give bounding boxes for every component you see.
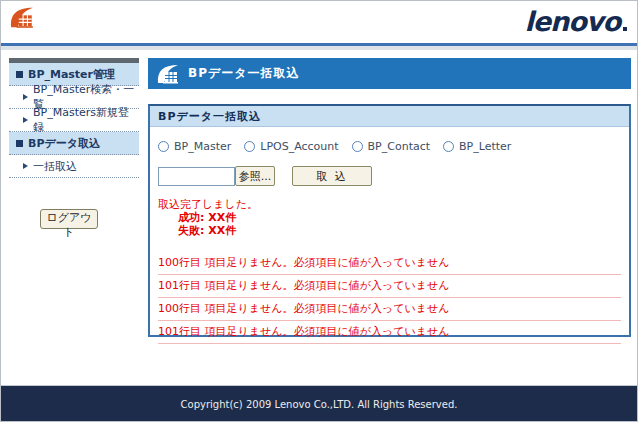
error-row: 100行目 項目足りません。必須項目に値が入っていません: [158, 298, 621, 321]
browse-button[interactable]: 参照...: [235, 166, 275, 186]
import-type-radio-row: BP_Master LPOS_Account BP_Contact BP_Let…: [158, 140, 621, 153]
content-panel: BPデータ一括取込 BP_Master LPOS_Account BP_Cont…: [148, 104, 631, 337]
radio-bp-letter[interactable]: [443, 141, 454, 152]
sidebar-section-label: BPデータ取込: [28, 136, 100, 151]
import-button[interactable]: 取 込: [292, 166, 372, 186]
page-title: BPデータ一括取込: [188, 65, 300, 82]
footer: Copyright(c) 2009 Lenovo Co.,LTD. All Ri…: [1, 385, 637, 422]
page-banner: BPデータ一括取込: [148, 58, 631, 89]
square-bullet-icon: [16, 71, 23, 78]
logout-button[interactable]: ログアウト: [40, 209, 98, 229]
error-list: 100行目 項目足りません。必須項目に値が入っていません 101行目 項目足りま…: [158, 252, 621, 344]
header-divider-gray: [1, 46, 637, 50]
arrow-bullet-icon: [23, 117, 28, 123]
import-status: 取込完了しました。 成功: XX件 失敗: XX件: [158, 198, 621, 237]
status-success-count: 成功: XX件: [158, 211, 621, 224]
radio-bp-contact[interactable]: [352, 141, 363, 152]
square-bullet-icon: [16, 140, 23, 147]
arrow-bullet-icon: [23, 94, 28, 100]
radio-label: BP_Contact: [368, 140, 430, 153]
radio-bp-master[interactable]: [158, 141, 169, 152]
radio-group-bp-master: BP_Master: [158, 140, 231, 153]
error-row: 100行目 項目足りません。必須項目に値が入っていません: [158, 252, 621, 275]
file-path-input[interactable]: [158, 167, 235, 186]
sidebar-section-bp-data-import: BPデータ取込: [9, 132, 139, 155]
status-message: 取込完了しました。: [158, 198, 621, 211]
error-row: 101行目 項目足りません。必須項目に値が入っていません: [158, 321, 621, 344]
sidebar-item-label: 一括取込: [33, 159, 77, 174]
radio-group-bp-letter: BP_Letter: [443, 140, 511, 153]
arrow-bullet-icon: [23, 163, 28, 169]
sidebar-item-label: BP_Masters新規登録: [33, 105, 139, 135]
sidebar-section-label: BP_Master管理: [28, 67, 115, 82]
radio-label: BP_Letter: [459, 140, 511, 153]
radio-group-bp-contact: BP_Contact: [352, 140, 430, 153]
app-logo-icon: [9, 5, 35, 30]
radio-label: BP_Master: [174, 140, 231, 153]
radio-label: LPOS_Account: [260, 140, 338, 153]
sidebar-item-batch-import[interactable]: 一括取込: [9, 155, 139, 178]
error-row: 101行目 項目足りません。必須項目に値が入っていません: [158, 275, 621, 298]
banner-building-icon: [156, 63, 180, 85]
file-upload-row: 参照... 取 込: [158, 166, 621, 186]
radio-group-lpos-account: LPOS_Account: [244, 140, 338, 153]
radio-lpos-account[interactable]: [244, 141, 255, 152]
status-failure-count: 失敗: XX件: [158, 224, 621, 237]
page: lenovo BP_Master管理 BP_Master検索・一覧 BP_Mas…: [0, 0, 638, 422]
sidebar: BP_Master管理 BP_Master検索・一覧 BP_Masters新規登…: [9, 58, 139, 178]
panel-title: BPデータ一括取込: [150, 106, 629, 127]
copyright-text: Copyright(c) 2009 Lenovo Co.,LTD. All Ri…: [181, 399, 458, 410]
sidebar-item-bp-masters-register[interactable]: BP_Masters新規登録: [9, 109, 139, 132]
lenovo-logo: lenovo: [525, 6, 628, 37]
